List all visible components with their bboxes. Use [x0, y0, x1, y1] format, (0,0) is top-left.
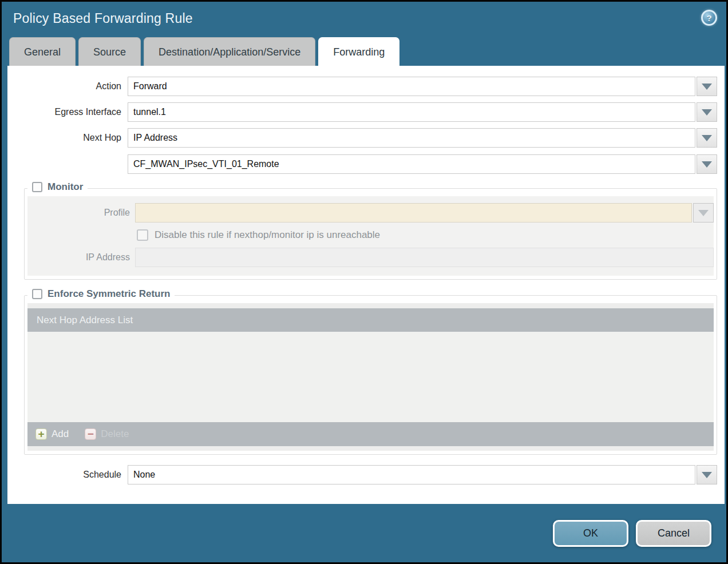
next-hop-label: Next Hop	[7, 133, 128, 143]
enforce-symmetric-return-section: Enforce Symmetric Return Next Hop Addres…	[24, 295, 717, 455]
chevron-down-icon	[702, 84, 712, 90]
next-hop-address-field[interactable]	[128, 154, 695, 174]
next-hop-address-dropdown-button[interactable]	[697, 154, 717, 174]
next-hop-type-dropdown-button[interactable]	[697, 128, 717, 148]
schedule-row: Schedule	[7, 465, 717, 484]
title-bar: Policy Based Forwarding Rule	[2, 2, 726, 37]
action-row: Action	[7, 77, 717, 96]
monitor-ip-address-field	[135, 248, 714, 267]
egress-interface-row: Egress Interface	[7, 102, 717, 122]
action-field[interactable]	[128, 77, 695, 96]
next-hop-address-list-body[interactable]	[27, 332, 714, 422]
schedule-label: Schedule	[7, 470, 128, 480]
delete-button-label: Delete	[101, 428, 129, 440]
tab-destination-application-service[interactable]: Destination/Application/Service	[144, 37, 315, 66]
tab-forwarding[interactable]: Forwarding	[318, 37, 399, 66]
add-button-label: Add	[52, 428, 69, 440]
disable-rule-label: Disable this rule if nexthop/monitor ip …	[155, 229, 380, 241]
profile-field	[135, 203, 692, 223]
dialog-footer: OK Cancel	[2, 520, 726, 547]
profile-label: Profile	[27, 208, 135, 218]
monitor-legend-label: Monitor	[48, 181, 83, 193]
schedule-field[interactable]	[128, 465, 695, 484]
ok-button[interactable]: OK	[553, 520, 628, 547]
disable-rule-checkbox	[137, 229, 148, 241]
monitor-ip-address-row: IP Address	[27, 248, 714, 267]
dialog: Policy Based Forwarding Rule General Sou…	[0, 0, 728, 564]
enforce-symmetric-return-legend-label: Enforce Symmetric Return	[48, 288, 170, 300]
delete-button: − Delete	[85, 428, 129, 440]
tab-source[interactable]: Source	[78, 37, 141, 66]
table-toolbar: + Add − Delete	[27, 422, 714, 446]
monitor-legend[interactable]: Monitor	[27, 181, 88, 193]
chevron-down-icon	[698, 210, 709, 216]
monitor-panel: Profile Disable this rule if nexthop/mon…	[27, 196, 714, 276]
chevron-down-icon	[702, 109, 712, 116]
schedule-dropdown-button[interactable]	[697, 465, 717, 484]
next-hop-type-field[interactable]	[128, 128, 695, 148]
chevron-down-icon	[702, 161, 712, 168]
egress-interface-field[interactable]	[128, 102, 695, 122]
next-hop-address-list-header: Next Hop Address List	[27, 308, 714, 332]
action-dropdown-button[interactable]	[697, 77, 717, 96]
enforce-symmetric-return-legend[interactable]: Enforce Symmetric Return	[27, 288, 175, 300]
profile-dropdown-button	[693, 203, 714, 223]
next-hop-address-list-panel: Next Hop Address List + Add − Delete	[27, 303, 714, 451]
monitor-section: Monitor Profile Disable this rule if nex…	[24, 188, 717, 280]
chevron-down-icon	[702, 472, 712, 478]
cancel-button[interactable]: Cancel	[636, 520, 711, 547]
monitor-ip-address-label: IP Address	[27, 252, 135, 263]
tab-panel-forwarding: Action Egress Interface Next Hop	[7, 66, 725, 504]
egress-interface-dropdown-button[interactable]	[697, 102, 717, 122]
add-button[interactable]: + Add	[35, 428, 69, 440]
egress-interface-label: Egress Interface	[7, 107, 128, 117]
next-hop-address-row	[7, 154, 717, 174]
help-icon[interactable]	[701, 10, 717, 26]
disable-rule-row: Disable this rule if nexthop/monitor ip …	[137, 229, 714, 241]
tab-general[interactable]: General	[9, 37, 76, 66]
chevron-down-icon	[702, 135, 712, 141]
page-title: Policy Based Forwarding Rule	[13, 11, 193, 26]
monitor-checkbox[interactable]	[32, 182, 42, 192]
next-hop-address-list-table: Next Hop Address List + Add − Delete	[27, 308, 714, 446]
enforce-symmetric-return-checkbox[interactable]	[32, 289, 42, 299]
minus-icon: −	[85, 428, 96, 440]
plus-icon: +	[35, 428, 47, 440]
next-hop-row: Next Hop	[7, 128, 717, 148]
action-label: Action	[7, 81, 128, 92]
profile-row: Profile	[27, 203, 714, 223]
tab-bar: General Source Destination/Application/S…	[9, 37, 726, 66]
